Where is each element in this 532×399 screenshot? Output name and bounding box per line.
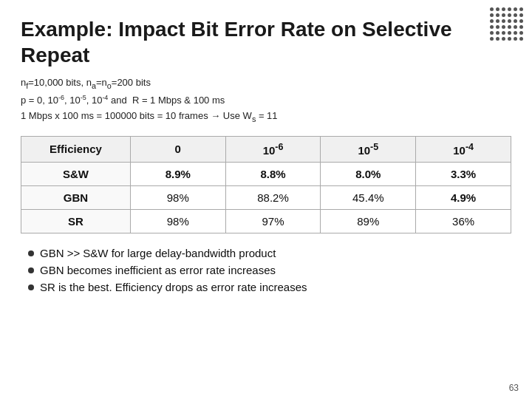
sr-val-1e6: 97%	[225, 209, 321, 233]
sr-val-0: 98%	[130, 209, 225, 233]
subtitle-line2: p = 0, 10-6, 10-5, 10-4 and R = 1 Mbps &…	[21, 92, 511, 109]
sr-val-1e5: 89%	[321, 209, 416, 233]
corner-decoration	[490, 7, 525, 42]
col-header-1e-5: 10-5	[321, 136, 416, 162]
subtitle-line1: nf=10,000 bits, na=no=200 bits	[21, 75, 511, 92]
sw-val-1e6: 8.8%	[225, 162, 321, 185]
gbn-val-1e6: 88.2%	[225, 185, 321, 209]
bullet-icon	[28, 284, 34, 290]
col-header-0: 0	[130, 136, 225, 162]
row-label-gbn: GBN	[21, 185, 131, 209]
subtitle-line3: 1 Mbps x 100 ms = 100000 bits = 10 frame…	[21, 109, 511, 126]
bullet-text-3: SR is the best. Efficiency drops as erro…	[40, 281, 307, 293]
page-number: 63	[509, 383, 519, 393]
gbn-val-1e5: 45.4%	[321, 185, 416, 209]
list-item: SR is the best. Efficiency drops as erro…	[28, 281, 511, 293]
col-header-1e-4: 10-4	[416, 136, 511, 162]
efficiency-table: Efficiency 0 10-6 10-5 10-4 S&W 8.9% 8.8…	[21, 136, 511, 233]
bullet-icon	[28, 250, 34, 256]
slide: Example: Impact Bit Error Rate on Select…	[0, 0, 532, 399]
subtitle-block: nf=10,000 bits, na=no=200 bits p = 0, 10…	[21, 75, 511, 126]
bullet-list: GBN >> S&W for large delay-bandwidth pro…	[28, 247, 511, 293]
bullet-text-2: GBN becomes inefficient as error rate in…	[40, 264, 276, 276]
col-header-1e-6: 10-6	[225, 136, 321, 162]
sw-val-1e4: 3.3%	[416, 162, 511, 185]
row-label-sw: S&W	[21, 162, 131, 185]
sw-val-0: 8.9%	[130, 162, 225, 185]
list-item: GBN >> S&W for large delay-bandwidth pro…	[28, 247, 511, 259]
bullet-icon	[28, 267, 34, 273]
table-row-sr: SR 98% 97% 89% 36%	[21, 209, 511, 233]
gbn-val-1e4: 4.9%	[416, 185, 511, 209]
row-label-sr: SR	[21, 209, 131, 233]
list-item: GBN becomes inefficient as error rate in…	[28, 264, 511, 276]
bullet-text-1: GBN >> S&W for large delay-bandwidth pro…	[40, 247, 276, 259]
sw-val-1e5: 8.0%	[321, 162, 416, 185]
page-title: Example: Impact Bit Error Rate on Select…	[21, 16, 511, 68]
gbn-val-0: 98%	[130, 185, 225, 209]
sr-val-1e4: 36%	[416, 209, 511, 233]
col-header-efficiency: Efficiency	[21, 136, 131, 162]
table-row-gbn: GBN 98% 88.2% 45.4% 4.9%	[21, 185, 511, 209]
table-row-sw: S&W 8.9% 8.8% 8.0% 3.3%	[21, 162, 511, 185]
